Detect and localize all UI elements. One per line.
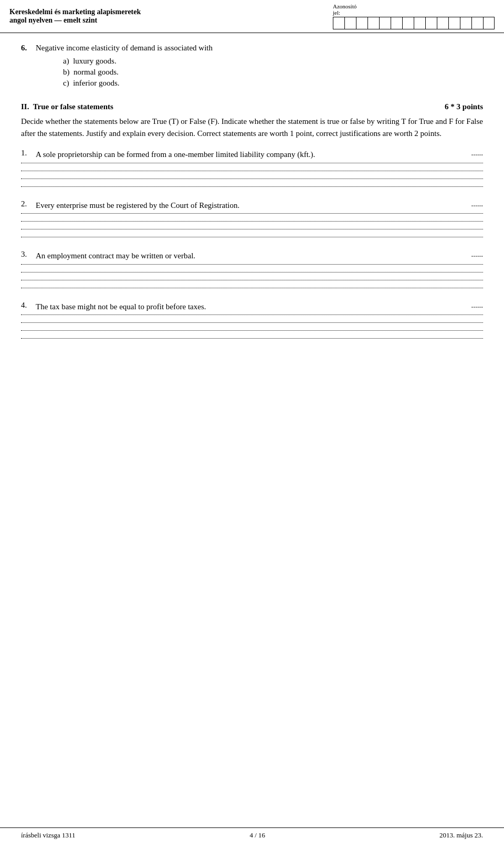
azonosito-grid: Azonosító jel: <box>333 3 495 29</box>
footer-left: írásbeli vizsga 1311 <box>21 831 76 840</box>
sub-text-4: The tax base might not be equal to profi… <box>36 301 469 313</box>
answer-line-1-1 <box>21 163 483 163</box>
answer-line-2-4 <box>21 237 483 237</box>
answer-line-2-3 <box>21 229 483 229</box>
azonosito-box-14 <box>483 17 495 29</box>
footer-center: 4 / 16 <box>249 831 265 840</box>
sub-questions: 1. A sole proprietorship can be formed f… <box>21 149 483 339</box>
answer-line-3-2 <box>21 272 483 272</box>
azonosito-box-2 <box>344 17 356 29</box>
sub-text-3: An employment contract may be written or… <box>36 250 469 262</box>
header-right: Azonosító jel: <box>333 3 495 29</box>
answer-line-1-4 <box>21 186 483 187</box>
answer-line-4-3 <box>21 330 483 331</box>
question-text-6: Negative income elasticity of demand is … <box>36 44 483 53</box>
azonosito-box-1 <box>333 17 344 29</box>
sub-dots-3: ...... <box>469 250 484 259</box>
section-ii-points: 6 * 3 points <box>445 102 483 111</box>
sub-text-2: Every enterprise must be registered by t… <box>36 200 469 212</box>
sub-num-3: 3. <box>21 250 36 259</box>
answer-line-3-1 <box>21 264 483 265</box>
sub-num-4: 4. <box>21 301 36 310</box>
option-b-text: normal goods. <box>74 68 119 76</box>
sub-question-4: 4. The tax base might not be equal to pr… <box>21 301 483 339</box>
question-num-6: 6. <box>21 44 36 53</box>
section-6: 6. Negative income elasticity of demand … <box>21 44 483 88</box>
answer-options-6: a) luxury goods. b) normal goods. c) inf… <box>63 57 483 88</box>
sub-question-3: 3. An employment contract may be written… <box>21 250 483 288</box>
footer: írásbeli vizsga 1311 4 / 16 2013. május … <box>0 827 504 840</box>
azonosito-box-5 <box>379 17 391 29</box>
sub-question-4-row: 4. The tax base might not be equal to pr… <box>21 301 483 313</box>
option-a-label: a) <box>63 57 73 65</box>
option-a-text: luxury goods. <box>73 57 117 65</box>
lines-block-2 <box>21 213 483 237</box>
section-ii-title: II. True or false statements <box>21 102 113 111</box>
sub-num-1: 1. <box>21 149 36 158</box>
answer-line-4-1 <box>21 315 483 315</box>
header-left: Kereskedelmi és marketing alapismeretek … <box>9 3 333 29</box>
header-title-line2: angol nyelven — emelt szint <box>9 16 333 25</box>
lines-block-4 <box>21 315 483 339</box>
option-b-label: b) <box>63 68 74 76</box>
section-ii: II. True or false statements 6 * 3 point… <box>21 102 483 139</box>
azonosito-box-11 <box>448 17 460 29</box>
sub-num-2: 2. <box>21 200 36 208</box>
azonosito-box-4 <box>368 17 379 29</box>
sub-question-2: 2. Every enterprise must be registered b… <box>21 200 483 238</box>
lines-block-3 <box>21 264 483 288</box>
footer-right: 2013. május 23. <box>439 831 483 840</box>
section-ii-body: Decide whether the statements below are … <box>21 116 483 139</box>
sub-dots-2: ...... <box>469 200 484 208</box>
azonosito-box-3 <box>356 17 368 29</box>
answer-line-1-2 <box>21 171 483 171</box>
sub-question-1: 1. A sole proprietorship can be formed f… <box>21 149 483 187</box>
answer-line-3-3 <box>21 280 483 280</box>
lines-block-1 <box>21 163 483 187</box>
answer-line-2-2 <box>21 221 483 222</box>
azonosito-label: Azonosító jel: <box>333 3 356 16</box>
azonosito-box-9 <box>425 17 437 29</box>
azonosito-box-6 <box>391 17 402 29</box>
sub-question-2-row: 2. Every enterprise must be registered b… <box>21 200 483 212</box>
page-container: Kereskedelmi és marketing alapismeretek … <box>0 0 504 849</box>
answer-line-4-2 <box>21 322 483 323</box>
azonosito-boxes <box>333 17 495 29</box>
azonosito-box-13 <box>471 17 483 29</box>
option-c-label: c) <box>63 79 73 87</box>
option-c: c) inferior goods. <box>63 79 483 88</box>
option-b: b) normal goods. <box>63 68 483 77</box>
section-ii-header: II. True or false statements 6 * 3 point… <box>21 102 483 111</box>
sub-question-3-row: 3. An employment contract may be written… <box>21 250 483 262</box>
header-title-line1: Kereskedelmi és marketing alapismeretek <box>9 8 333 16</box>
question-header-6: 6. Negative income elasticity of demand … <box>21 44 483 53</box>
answer-line-1-3 <box>21 179 483 179</box>
azonosito-box-7 <box>402 17 414 29</box>
answer-line-4-4 <box>21 338 483 339</box>
sub-dots-4: ...... <box>469 301 484 310</box>
answer-line-3-4 <box>21 288 483 288</box>
azonosito-box-12 <box>460 17 471 29</box>
azonosito-box-10 <box>437 17 448 29</box>
answer-line-2-1 <box>21 213 483 214</box>
azonosito-box-8 <box>414 17 425 29</box>
option-a: a) luxury goods. <box>63 57 483 66</box>
section-ii-desc: Decide whether the statements below are … <box>21 116 483 139</box>
sub-question-1-row: 1. A sole proprietorship can be formed f… <box>21 149 483 161</box>
content: 6. Negative income elasticity of demand … <box>0 33 504 362</box>
option-c-text: inferior goods. <box>73 79 119 87</box>
header: Kereskedelmi és marketing alapismeretek … <box>0 0 504 33</box>
sub-text-1: A sole proprietorship can be formed from… <box>36 149 469 161</box>
sub-dots-1: ...... <box>469 149 484 158</box>
